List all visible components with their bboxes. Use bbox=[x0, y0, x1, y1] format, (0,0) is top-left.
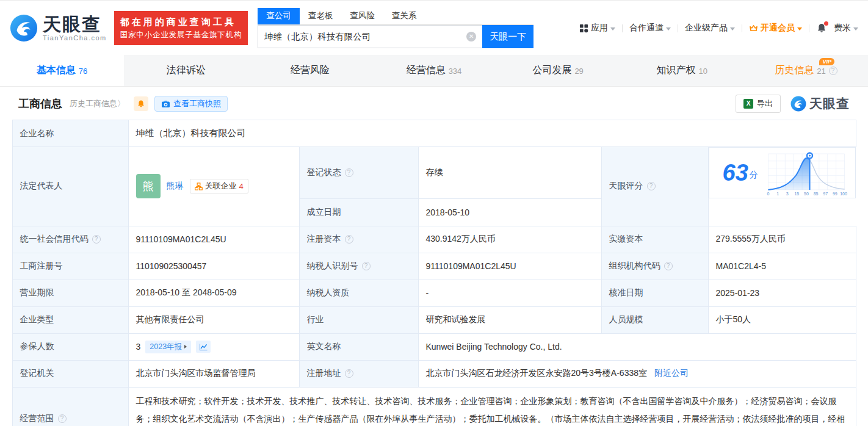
nav-user-menu[interactable]: 费米 bbox=[834, 23, 858, 34]
company-tab-bar: 基本信息 76 法律诉讼 经营风险 经营信息 334 公司发展 29 知识产权 … bbox=[0, 55, 868, 87]
staff-size-label: 人员规模 bbox=[601, 306, 708, 333]
score-axis-ticks: 0 1 3 15 50 85 97 99 100 bbox=[767, 192, 847, 196]
tab-history-info[interactable]: VIP 历史信息 21 ? bbox=[744, 55, 868, 86]
svg-text:99: 99 bbox=[833, 192, 837, 196]
divider bbox=[622, 24, 623, 32]
nav-apps[interactable]: 应用 bbox=[579, 23, 615, 34]
reg-authority-label: 登记机关 bbox=[12, 360, 128, 387]
legal-rep-avatar[interactable]: 熊 bbox=[136, 174, 161, 198]
site-logo[interactable]: 天眼查 TianYanCha.com bbox=[10, 14, 107, 42]
help-icon[interactable]: ? bbox=[664, 262, 673, 270]
vip-badge: VIP bbox=[819, 58, 834, 65]
watermark-logo: 天眼查 bbox=[790, 95, 850, 112]
chevron-down-icon bbox=[666, 27, 671, 31]
crown-icon bbox=[749, 24, 758, 33]
related-companies-badge[interactable]: 关联企业 4 bbox=[190, 179, 248, 193]
promo-banner[interactable]: 都在用的商业查询工具 国家中小企业发展子基金旗下机构 bbox=[114, 11, 248, 45]
nav-open-vip[interactable]: 开通会员 bbox=[749, 23, 802, 34]
export-button[interactable]: X 导出 bbox=[736, 95, 781, 113]
svg-text:85: 85 bbox=[813, 192, 818, 196]
section-title: 工商信息 bbox=[18, 96, 62, 111]
annual-report-badge[interactable]: 2023年报 bbox=[145, 341, 191, 353]
taxpayer-id-label: 纳税人识别号? bbox=[299, 253, 418, 280]
notification-dot bbox=[824, 21, 828, 26]
score-label: 天眼评分? bbox=[601, 147, 708, 226]
search-tab-boss[interactable]: 查老板 bbox=[300, 8, 342, 24]
insured-count-value: 3 bbox=[136, 342, 141, 352]
legal-rep-label: 法定代表人 bbox=[12, 147, 128, 226]
help-icon[interactable]: ? bbox=[362, 262, 371, 270]
history-business-info-link[interactable]: 历史工商信息〉 bbox=[70, 98, 125, 109]
help-icon[interactable]: ? bbox=[345, 369, 353, 378]
chevron-down-icon bbox=[853, 27, 858, 31]
taxpayer-qualification-label: 纳税人资质 bbox=[299, 280, 418, 306]
help-icon[interactable]: ? bbox=[58, 414, 67, 423]
business-term-value: 2018-05-10 至 2048-05-09 bbox=[128, 280, 299, 306]
company-name-label: 企业名称 bbox=[12, 120, 128, 147]
logo-title: 天眼查 bbox=[43, 15, 107, 34]
score-distribution-chart: 0 1 3 15 50 85 97 99 100 bbox=[764, 149, 848, 197]
svg-text:0: 0 bbox=[767, 192, 769, 196]
score-cell: 63分 bbox=[709, 147, 856, 198]
search-button[interactable]: 天眼一下 bbox=[482, 25, 533, 48]
top-nav: 应用 合作通道 企业级产品 开通会员 费米 bbox=[579, 23, 858, 34]
legal-rep-cell: 熊 熊琳 关联企业 4 bbox=[128, 147, 299, 226]
reg-authority-value: 北京市门头沟区市场监督管理局 bbox=[128, 360, 299, 387]
search-tab-risk[interactable]: 查风险 bbox=[341, 8, 383, 24]
insured-trend-chart-button[interactable] bbox=[196, 341, 211, 353]
reg-no-label: 工商注册号 bbox=[12, 253, 128, 280]
help-icon[interactable]: ? bbox=[92, 235, 101, 244]
reg-status-value: 存续 bbox=[418, 147, 601, 199]
triangle-icon bbox=[184, 345, 187, 348]
org-code-value: MA01C2L4-5 bbox=[708, 253, 856, 280]
chevron-down-icon bbox=[610, 27, 615, 31]
help-icon[interactable]: ? bbox=[829, 67, 837, 75]
search-tabs: 查公司 查老板 查风险 查关系 bbox=[258, 8, 533, 25]
help-icon[interactable]: ? bbox=[345, 168, 353, 177]
top-header: 天眼查 TianYanCha.com 都在用的商业查询工具 国家中小企业发展子基… bbox=[0, 1, 868, 55]
search-area: 查公司 查老板 查风险 查关系 ✕ 天眼一下 bbox=[258, 8, 533, 48]
search-tab-relation[interactable]: 查关系 bbox=[383, 8, 425, 24]
reg-status-label: 登记状态? bbox=[299, 147, 418, 199]
view-business-snapshot-button[interactable]: 查看工商快照 bbox=[154, 96, 228, 112]
approval-date-value: 2025-01-23 bbox=[708, 280, 856, 306]
notifications-bell[interactable] bbox=[816, 23, 827, 34]
svg-text:15: 15 bbox=[794, 192, 799, 196]
monitor-bell-button[interactable] bbox=[134, 96, 148, 111]
reg-capital-label: 注册资本? bbox=[299, 226, 418, 253]
tab-operation-risk[interactable]: 经营风险 bbox=[248, 55, 372, 86]
help-icon[interactable]: ? bbox=[647, 182, 656, 190]
excel-icon: X bbox=[743, 99, 753, 109]
tab-legal-proceedings[interactable]: 法律诉讼 bbox=[124, 55, 248, 86]
tab-intellectual-property[interactable]: 知识产权 10 bbox=[620, 55, 744, 86]
divider bbox=[742, 24, 742, 32]
tianyancha-logo-icon bbox=[790, 96, 806, 112]
svg-text:97: 97 bbox=[823, 192, 828, 196]
chevron-down-icon bbox=[797, 27, 802, 31]
company-name-value: 坤维（北京）科技有限公司 bbox=[128, 120, 856, 147]
tab-company-development[interactable]: 公司发展 29 bbox=[496, 55, 620, 86]
nav-partner-channel[interactable]: 合作通道 bbox=[629, 23, 671, 34]
svg-text:3: 3 bbox=[786, 192, 789, 196]
nearby-companies-link[interactable]: 附近公司 bbox=[654, 368, 689, 378]
svg-text:100: 100 bbox=[840, 192, 847, 196]
logo-domain: TianYanCha.com bbox=[43, 34, 107, 42]
help-icon[interactable]: ? bbox=[345, 235, 353, 244]
divider bbox=[809, 24, 809, 32]
legal-rep-name-link[interactable]: 熊琳 bbox=[167, 181, 184, 192]
tab-operation-info[interactable]: 经营信息 334 bbox=[372, 55, 496, 86]
business-scope-value: 工程和技术研究；软件开发；技术开发、技术推广、技术转让、技术咨询、技术服务；企业… bbox=[128, 387, 856, 426]
industry-label: 行业 bbox=[299, 306, 418, 333]
nav-enterprise-products[interactable]: 企业级产品 bbox=[685, 23, 735, 34]
business-scope-label: 经营范围? bbox=[12, 387, 128, 426]
search-input[interactable] bbox=[258, 25, 482, 48]
establish-date-label: 成立日期 bbox=[299, 198, 418, 226]
search-tab-company[interactable]: 查公司 bbox=[258, 8, 300, 24]
line-chart-icon bbox=[199, 343, 208, 351]
taxpayer-qualification-value: - bbox=[418, 280, 601, 306]
insured-count-cell: 3 2023年报 bbox=[128, 333, 299, 360]
industry-value: 研究和试验发展 bbox=[418, 306, 601, 333]
tab-basic-info[interactable]: 基本信息 76 bbox=[0, 55, 124, 86]
tianyancha-logo-icon bbox=[10, 14, 38, 42]
org-chart-icon bbox=[195, 182, 203, 190]
